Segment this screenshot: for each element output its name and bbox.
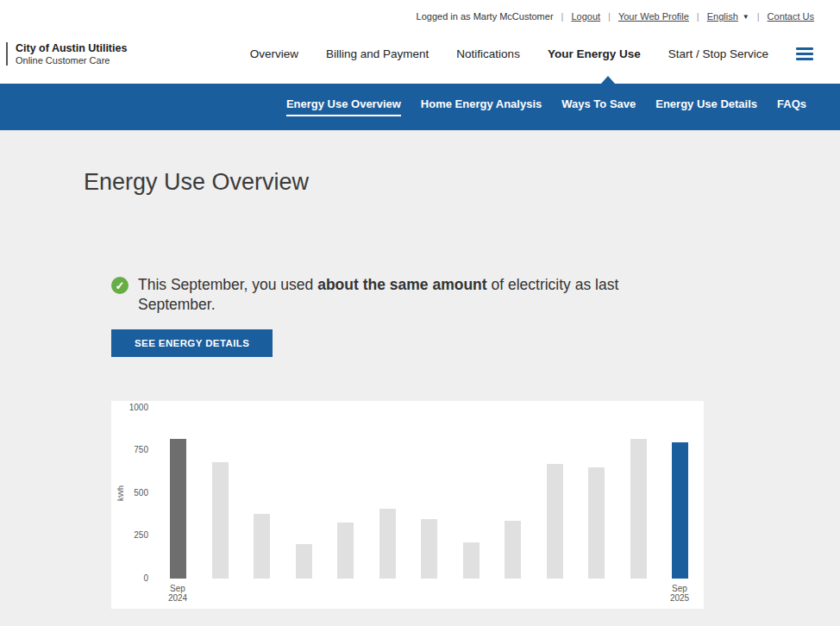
usage-summary-text: This September, you used about the same … [138,275,668,315]
subnav-faqs[interactable]: FAQs [777,97,806,116]
x-axis-label-first: Sep 2024 [155,584,200,604]
separator: | [561,11,564,22]
chart-bar-sep-2025 [672,442,688,579]
page-title: Energy Use Overview [84,169,840,196]
subnav-home-energy-analysis[interactable]: Home Energy Analysis [421,97,542,116]
menu-icon[interactable] [796,47,813,60]
nav-start-stop-service[interactable]: Start / Stop Service [668,47,768,60]
chart-bar-jun-2025 [547,464,563,579]
energy-use-chart: kWh 02505007501000 Sep 2024 Sep 2025 [111,401,704,609]
logo[interactable]: City of Austin Utilities Online Customer… [6,42,127,66]
usage-summary-highlight: about the same amount [317,276,486,293]
chevron-down-icon[interactable]: ▼ [743,13,749,21]
energy-use-subnav: Energy Use Overview Home Energy Analysis… [0,84,840,130]
logo-subtitle: Online Customer Care [16,55,127,66]
header-main: City of Austin Utilities Online Customer… [0,24,840,84]
y-axis-tick: 750 [111,445,148,454]
y-axis-tick: 250 [111,530,148,540]
chart-bar-apr-2025 [463,542,480,579]
y-axis-tick: 1000 [111,403,148,412]
main-navigation: Overview Billing and Payment Notificatio… [250,47,813,60]
chart-bar-dec-2024 [296,544,312,579]
nav-notifications[interactable]: Notifications [456,47,520,60]
contact-us-link[interactable]: Contact Us [768,11,814,22]
usage-summary-message: ✓ This September, you used about the sam… [111,275,668,315]
logo-title: City of Austin Utilities [16,42,127,54]
chart-bar-sep-2024 [170,439,186,579]
chart-bar-aug-2025 [630,439,647,579]
chart-plot-area [170,408,688,579]
nav-overview[interactable]: Overview [250,47,298,60]
chart-bar-feb-2025 [379,509,396,579]
check-icon: ✓ [111,277,129,294]
logout-link[interactable]: Logout [571,11,600,22]
chart-bar-nov-2024 [254,514,270,579]
chart-bar-mar-2025 [421,519,437,579]
y-axis-tick: 0 [111,573,148,583]
separator: | [608,11,611,22]
subnav-energy-use-details[interactable]: Energy Use Details [655,97,757,116]
chart-bar-jul-2025 [588,467,605,579]
page: Logged in as Marty McCustomer | Logout |… [0,0,840,626]
nav-billing-and-payment[interactable]: Billing and Payment [326,47,429,60]
main-content: Energy Use Overview ✓ This September, yo… [0,130,840,609]
see-energy-details-button[interactable]: SEE ENERGY DETAILS [111,329,273,357]
separator: | [757,11,760,22]
chart-bar-oct-2024 [212,462,229,579]
x-axis-label-last: Sep 2025 [657,584,702,604]
separator: | [697,11,699,22]
language-selector[interactable]: English ▼ [707,11,749,22]
nav-your-energy-use[interactable]: Your Energy Use [548,47,641,60]
chart-bar-jan-2025 [337,523,354,579]
logged-in-text: Logged in as Marty McCustomer [417,11,554,22]
site-header: Logged in as Marty McCustomer | Logout |… [0,0,840,84]
web-profile-link[interactable]: Your Web Profile [618,11,689,22]
subnav-ways-to-save[interactable]: Ways To Save [561,97,636,116]
utility-topbar: Logged in as Marty McCustomer | Logout |… [0,0,840,24]
language-link[interactable]: English [707,11,738,22]
caret-up-icon [601,76,615,84]
y-axis-tick: 500 [111,488,148,498]
chart-bar-may-2025 [505,521,521,579]
subnav-energy-use-overview[interactable]: Energy Use Overview [286,97,401,116]
